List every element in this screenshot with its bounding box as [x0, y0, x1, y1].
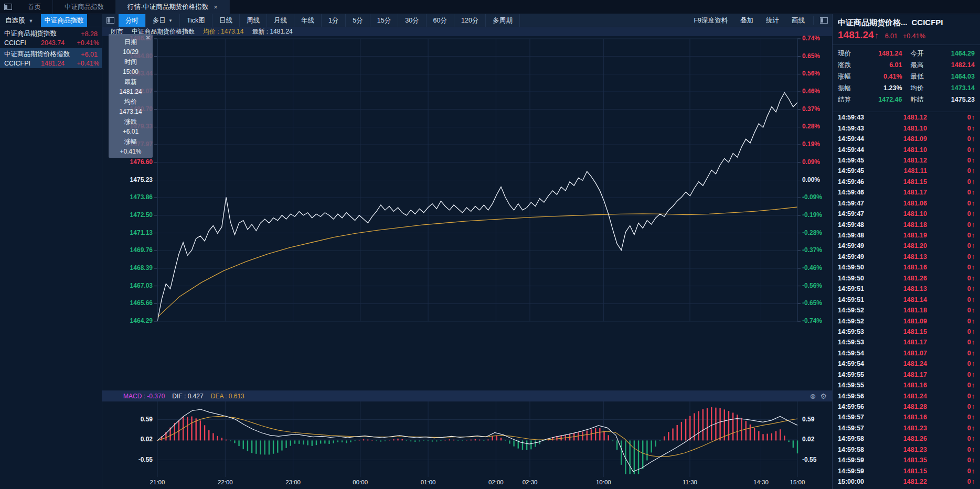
- tick-price: 1481.19: [880, 232, 927, 239]
- toolbar-button-12[interactable]: 120分: [454, 14, 486, 27]
- toolbar-button-5[interactable]: 月线: [267, 14, 294, 27]
- time-axis-label: 21:00: [145, 479, 170, 485]
- panel-toggle-icon[interactable]: [106, 17, 114, 24]
- tab-index-group[interactable]: 中证商品指数: [53, 0, 116, 14]
- tick-price: 1481.26: [880, 275, 927, 282]
- tick-time: 14:59:56: [838, 393, 880, 400]
- tooltip-value: +0.41%: [109, 147, 153, 157]
- chart-gridlines: [157, 39, 797, 477]
- toolbar-button-0[interactable]: 分时: [119, 14, 146, 27]
- toolbar-action-0[interactable]: F9深度资料: [687, 14, 734, 27]
- up-arrow-icon: ↑: [972, 253, 975, 260]
- up-arrow-icon: ↑: [972, 328, 975, 335]
- tick-volume: 0: [967, 114, 971, 121]
- toolbar-button-7[interactable]: 1分: [322, 14, 346, 27]
- toolbar-button-2[interactable]: Tick图: [180, 14, 212, 27]
- tick-volume: 0: [967, 371, 971, 378]
- tick-row: 14:59:561481.240↑: [833, 390, 980, 401]
- up-arrow-icon: ↑: [972, 403, 975, 410]
- tick-volume: 0: [967, 446, 971, 453]
- toolbar-action-2[interactable]: 统计: [760, 14, 785, 27]
- tick-price: 1481.23: [880, 425, 927, 432]
- up-arrow-icon: ↑: [972, 135, 975, 143]
- time-axis-label: 02:30: [517, 479, 542, 485]
- tick-volume: 0: [967, 275, 971, 282]
- price-change: +8.28: [81, 30, 98, 38]
- price-axis-label: 1471.13: [105, 229, 153, 236]
- tick-volume: 0: [967, 382, 971, 389]
- watchlist-item-line1: 中证商品期货指数+8.28: [4, 29, 98, 38]
- toolbar-separator: [813, 16, 814, 25]
- watchlist-dropdown[interactable]: 自选股 ▼: [0, 14, 38, 27]
- tab-quote-label: 行情-中证商品期货价格指数: [127, 3, 208, 12]
- price-axis-label: 1464.29: [105, 317, 153, 324]
- tick-time: 14:59:59: [838, 468, 880, 475]
- tick-time: 15:00:00: [838, 478, 880, 485]
- chart-toolbar: 分时多日▼Tick图日线周线月线年线1分5分15分30分60分120分多周期 F…: [102, 14, 832, 27]
- watchlist-item[interactable]: 中证商品期货指数+8.28CCICFI2043.74+0.41%: [0, 28, 102, 48]
- macd-axis-label: -0.55: [105, 456, 153, 463]
- up-arrow-icon: ↑: [972, 210, 975, 218]
- toolbar-button-6[interactable]: 年线: [294, 14, 322, 27]
- toolbar-button-1[interactable]: 多日▼: [146, 14, 180, 27]
- tick-row: 14:59:431481.120↑: [833, 112, 980, 123]
- up-arrow-icon: ↑: [972, 264, 975, 271]
- price-change-pct: +0.41%: [72, 39, 99, 47]
- macd-axis-label: 0.59: [105, 416, 153, 423]
- watchlist-item[interactable]: 中证商品期货价格指数+6.01CCICFPI1481.24+0.41%: [0, 48, 102, 68]
- tick-row: 14:59:551481.170↑: [833, 370, 980, 380]
- tooltip-label: 时间: [109, 57, 153, 67]
- price-axis-label: 1476.60: [105, 158, 153, 166]
- quote-field-value: 1475.23: [951, 96, 975, 103]
- toolbar-action-1[interactable]: 叠加: [734, 14, 760, 27]
- up-arrow-icon: ↑: [972, 478, 975, 485]
- watchlist: 中证商品期货指数+8.28CCICFI2043.74+0.41%中证商品期货价格…: [0, 28, 102, 68]
- tick-price: 1481.14: [880, 296, 927, 303]
- tick-time: 14:59:44: [838, 135, 880, 143]
- panel-expand-icon[interactable]: [820, 17, 828, 24]
- sidebar-tabs: 自选股 ▼ 中证商品指数: [0, 14, 102, 27]
- tick-row: 14:59:471481.060↑: [833, 198, 980, 209]
- window-icon[interactable]: [4, 4, 12, 10]
- tooltip-rows: 日期10/29时间15:00最新1481.24均价1473.14涨跌+6.01涨…: [109, 37, 153, 157]
- tick-row: 14:59:471481.100↑: [833, 209, 980, 219]
- toolbar-button-11[interactable]: 60分: [427, 14, 454, 27]
- last-price: 1481.24: [41, 60, 72, 67]
- tab-close-icon[interactable]: ×: [214, 3, 218, 11]
- quote-field-value: 1482.14: [951, 61, 975, 69]
- tick-row: 14:59:431481.100↑: [833, 123, 980, 133]
- toolbar-button-13[interactable]: 多周期: [486, 14, 520, 27]
- tick-row: 14:59:581481.260↑: [833, 433, 980, 444]
- tick-volume: 0: [967, 478, 971, 485]
- tick-time: 14:59:58: [838, 446, 880, 453]
- tab-quote-active[interactable]: 行情-中证商品期货价格指数 ×: [116, 0, 230, 14]
- tick-list[interactable]: 14:59:431481.120↑14:59:431481.100↑14:59:…: [833, 112, 980, 489]
- sidebar-group-tab[interactable]: 中证商品指数: [41, 14, 87, 27]
- chart-canvas[interactable]: 1486.171484.801483.441482.071480.701479.…: [102, 36, 832, 489]
- tick-time: 14:59:47: [838, 200, 880, 207]
- tick-time: 14:59:59: [838, 457, 880, 464]
- tick-time: 14:59:49: [838, 253, 880, 260]
- macd-histogram: [157, 407, 798, 474]
- tick-price: 1481.24: [880, 393, 927, 400]
- toolbar-button-8[interactable]: 5分: [346, 14, 370, 27]
- macd-axis-label: 0.02: [105, 436, 153, 443]
- close-indicator-icon[interactable]: ⊗: [810, 392, 816, 400]
- toolbar-action-3[interactable]: 画线: [785, 14, 811, 27]
- tick-row: 14:59:511481.130↑: [833, 284, 980, 294]
- toolbar-button-4[interactable]: 周线: [240, 14, 267, 27]
- tooltip-close-icon[interactable]: ✕: [145, 35, 151, 41]
- tick-volume: 0: [967, 285, 971, 292]
- tick-volume: 0: [967, 307, 971, 314]
- tick-price: 1481.18: [880, 221, 927, 229]
- instrument-code: CCICFI: [4, 39, 41, 47]
- toolbar-button-9[interactable]: 15分: [370, 14, 398, 27]
- toolbar-button-10[interactable]: 30分: [398, 14, 426, 27]
- up-arrow-icon: ↑: [972, 125, 975, 132]
- quote-field-value: 1472.46: [878, 96, 902, 103]
- toolbar-button-3[interactable]: 日线: [212, 14, 240, 27]
- tab-home[interactable]: 首页: [16, 0, 53, 14]
- up-arrow-icon: ↑: [972, 189, 975, 196]
- tick-time: 14:59:51: [838, 285, 880, 292]
- indicator-settings-icon[interactable]: ⚙: [820, 392, 827, 400]
